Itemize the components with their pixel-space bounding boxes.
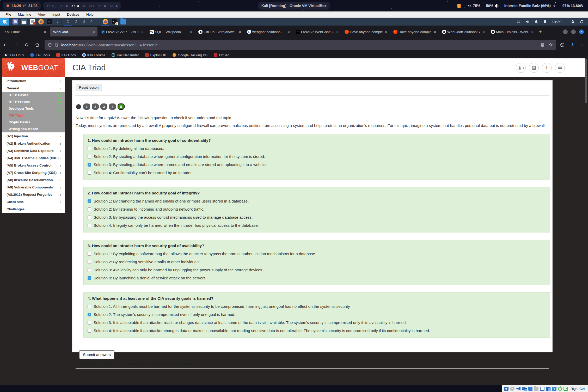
checkbox[interactable] xyxy=(88,155,91,158)
checkbox[interactable] xyxy=(88,268,91,272)
settings-launcher-icon[interactable] xyxy=(13,19,18,24)
sidebar-item-developer-tools[interactable]: Developer Tools✓ xyxy=(2,105,65,112)
tray-app-icon[interactable] xyxy=(457,4,461,8)
battery-indicator[interactable]: 97% 13.80W xyxy=(562,4,583,8)
back-button[interactable] xyxy=(3,42,8,47)
window-restore-button[interactable] xyxy=(571,29,576,34)
bookmark-exploit-db[interactable]: Exploit-DB xyxy=(145,53,166,57)
tab-github-3[interactable]: Main Exploits · WebG × xyxy=(488,27,536,36)
notification-bell-icon[interactable] xyxy=(534,20,538,24)
lock-screen-icon[interactable] xyxy=(571,20,575,24)
answer-option[interactable]: Solution 2: By redirecting sensitive ema… xyxy=(88,260,546,264)
webgoat-logo-block[interactable]: WEBGOAT xyxy=(2,58,65,77)
network-port-icon[interactable] xyxy=(516,20,521,24)
checkbox[interactable] xyxy=(88,321,91,324)
sidebar-item-a7-xss[interactable]: (A7) Cross-Site Scripting (XSS)› xyxy=(2,169,65,176)
sidebar-item-a8-deserialization[interactable]: (A8) Insecure Deserialization› xyxy=(2,176,65,183)
file-manager-icon[interactable] xyxy=(21,19,27,24)
sidebar-item-http-proxies[interactable]: HTTP Proxies✓ xyxy=(2,99,65,105)
host-workspace-switcher[interactable]: 1: >_ 2: ● 3: ● 4: </> 5: ● 6: ● xyxy=(43,2,121,10)
vbox-harddisk-icon[interactable] xyxy=(504,387,509,391)
bookmark-kali-nethunter[interactable]: Kali NetHunter xyxy=(112,53,139,57)
bookmark-kali-tools[interactable]: Kali Tools xyxy=(30,53,50,57)
answer-option[interactable]: Solution 4: It is acceptable if an attac… xyxy=(88,328,546,333)
vbox-network-icon[interactable] xyxy=(522,387,526,391)
guest-speaker-icon[interactable] xyxy=(525,20,530,24)
workspace-4[interactable]: 4: </> xyxy=(83,4,95,8)
answer-option[interactable]: Solution 2: By stealing a database where… xyxy=(88,154,546,159)
answer-option[interactable]: Solution 3: It is acceptable if an attac… xyxy=(88,320,546,325)
tab-close-icon[interactable]: × xyxy=(335,30,339,34)
sidebar-item-http-basics[interactable]: HTTP Basics✓ xyxy=(2,92,65,99)
sidebar-item-a4-xxe[interactable]: (A4) XML External Entities (XXE)› xyxy=(2,154,65,162)
vbox-features-icon[interactable]: V xyxy=(552,387,556,391)
sidebar-item-a2-broken-auth[interactable]: (A2) Broken Authentication› xyxy=(2,140,65,147)
checkbox[interactable] xyxy=(88,260,91,264)
bookmark-kali-forums[interactable]: Kali Forums xyxy=(82,53,105,57)
tab-webgoat[interactable]: WebGoat × xyxy=(50,27,97,36)
checkbox[interactable] xyxy=(88,147,91,150)
running-firefox-button[interactable] xyxy=(101,18,110,26)
tab-close-icon[interactable]: × xyxy=(140,30,144,34)
running-files-button[interactable] xyxy=(119,18,127,26)
answer-option[interactable]: Solution 2: The system's security is com… xyxy=(88,312,546,317)
tab-github-2[interactable]: WebGoatSolutions/S × xyxy=(440,27,487,36)
sidebar-item-a3-sensitive-data[interactable]: (A3) Sensitive Data Exposure› xyxy=(2,147,65,154)
sidebar-item-a9-vulnerable-components[interactable]: (A9) Vulnerable Components› xyxy=(2,183,65,191)
tab-close-icon[interactable]: × xyxy=(530,30,534,34)
contact-button[interactable] xyxy=(555,63,565,73)
checkbox[interactable] xyxy=(88,163,91,167)
window-close-button[interactable]: × xyxy=(579,29,584,34)
workspace-1[interactable]: 1: >_ xyxy=(46,4,56,8)
workspace-3[interactable]: 3: ● xyxy=(71,4,79,8)
brightness-indicator[interactable]: 50% xyxy=(486,4,499,8)
bookmark-google-hacking-db[interactable]: Google Hacking DB xyxy=(173,53,207,57)
launcher-dropdown-caret-icon[interactable]: ⌄ xyxy=(56,20,59,23)
menu-input[interactable]: Input xyxy=(49,13,64,16)
checkbox[interactable] xyxy=(88,216,91,219)
menu-machine[interactable]: Machine xyxy=(15,13,35,16)
hamburger-menu-icon[interactable]: ≡ xyxy=(580,42,583,48)
guest-clock[interactable]: 10:29 xyxy=(552,20,561,24)
tab-wikipedia[interactable]: W SQL – Wikipedia × xyxy=(147,27,195,36)
network-indicator[interactable]: Internet Familie Bolz (66%) xyxy=(504,4,557,8)
url-text[interactable]: localhost:8080/WebGoat/start.mvc#lesson/… xyxy=(61,43,537,47)
checkbox[interactable] xyxy=(88,207,91,211)
scrollbar-thumb[interactable] xyxy=(585,59,587,103)
kali-menu-button[interactable] xyxy=(0,18,9,26)
pager-page-4[interactable]: 4 xyxy=(109,103,116,110)
bookmark-star-icon[interactable] xyxy=(548,42,553,47)
sidebar-item-a8-2013-request-forgeries[interactable]: (A8:2013) Request Forgeries› xyxy=(2,191,65,198)
tab-close-icon[interactable]: × xyxy=(482,30,486,34)
guest-workspace-3[interactable]: 3 xyxy=(80,18,88,26)
answer-option[interactable]: Solution 1: All three goals must be harm… xyxy=(88,304,546,309)
menu-file[interactable]: File xyxy=(2,13,15,16)
volume-indicator[interactable]: 75% xyxy=(467,4,480,8)
submit-answers-button[interactable]: Submit answers xyxy=(79,350,114,359)
bookmark-offsec[interactable]: OffSec xyxy=(214,53,229,57)
guest-workspace-4[interactable]: 4 xyxy=(88,18,95,26)
tab-owasp-webgoat[interactable]: OWASP WebGoat: G × xyxy=(293,27,341,36)
about-button[interactable]: i xyxy=(542,63,552,73)
tab-close-icon[interactable]: × xyxy=(433,30,437,34)
checkbox[interactable] xyxy=(88,171,91,175)
text-editor-icon[interactable] xyxy=(30,19,35,24)
forward-button[interactable] xyxy=(14,42,19,47)
report-card-button[interactable] xyxy=(529,63,539,73)
new-tab-button[interactable]: + xyxy=(539,29,542,35)
pager-page-1[interactable]: 1 xyxy=(83,103,90,110)
running-terminal-button[interactable]: >_ 3 xyxy=(110,18,119,26)
tab-close-icon[interactable]: × xyxy=(287,30,291,34)
reload-button[interactable] xyxy=(24,42,29,47)
host-clock-widget[interactable]: 16:29 31/03 xyxy=(3,2,41,10)
sidebar-item-writing-new-lesson[interactable]: Writing new lesson xyxy=(2,126,65,132)
checkbox[interactable] xyxy=(88,305,91,308)
tab-owasp-zap[interactable]: OWASP ZAP – ZAP i × xyxy=(99,27,146,36)
checkbox[interactable] xyxy=(88,199,91,203)
answer-option[interactable]: Solution 4: Integrity can only be harmed… xyxy=(88,223,546,228)
bookmark-kali-docs[interactable]: Kali Docs xyxy=(56,53,76,57)
home-button[interactable] xyxy=(35,42,40,47)
vbox-shared-folders-icon[interactable] xyxy=(534,387,538,391)
clipboard-icon[interactable] xyxy=(543,20,547,24)
tab-reddit-2[interactable]: Have anyone comple × xyxy=(391,27,439,36)
